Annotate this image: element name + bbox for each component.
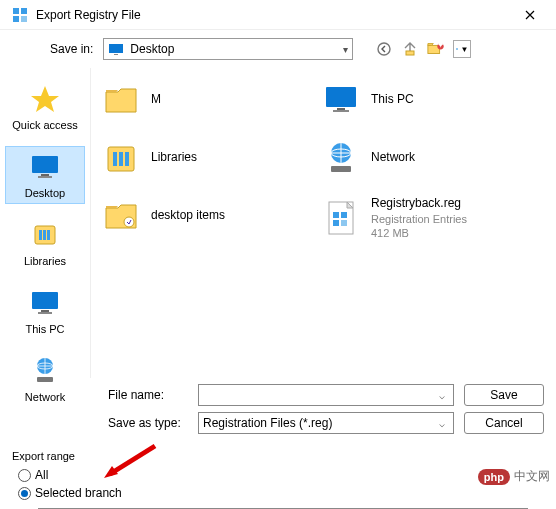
view-menu-button[interactable]: ▼ xyxy=(453,40,471,58)
svg-rect-40 xyxy=(333,212,339,218)
file-name-input[interactable]: ⌵ xyxy=(198,384,454,406)
svg-rect-43 xyxy=(341,220,347,226)
svg-rect-16 xyxy=(41,174,49,176)
svg-rect-29 xyxy=(113,152,117,166)
svg-rect-4 xyxy=(109,44,123,53)
chevron-down-icon: ▾ xyxy=(343,44,348,55)
file-list[interactable]: M Libraries desktop items This PC Networ… xyxy=(90,68,556,378)
pc-icon xyxy=(29,287,61,319)
up-icon[interactable] xyxy=(401,40,419,58)
svg-rect-7 xyxy=(406,51,414,55)
svg-rect-23 xyxy=(41,310,49,312)
list-item[interactable]: M xyxy=(99,78,299,122)
save-in-dropdown[interactable]: Desktop ▾ xyxy=(103,38,353,60)
watermark: php 中文网 xyxy=(478,468,550,485)
svg-rect-11 xyxy=(457,48,458,49)
place-quick-access[interactable]: Quick access xyxy=(5,78,85,136)
regfile-icon xyxy=(321,198,361,238)
save-in-value: Desktop xyxy=(130,42,343,56)
svg-rect-1 xyxy=(21,8,27,14)
places-bar: Quick access Desktop Libraries This PC N… xyxy=(0,68,90,378)
place-this-pc[interactable]: This PC xyxy=(5,282,85,340)
svg-rect-33 xyxy=(326,87,356,107)
close-button[interactable] xyxy=(508,0,552,30)
cancel-button[interactable]: Cancel xyxy=(464,412,544,434)
svg-rect-38 xyxy=(331,166,351,172)
svg-rect-17 xyxy=(38,176,52,178)
svg-rect-30 xyxy=(119,152,123,166)
svg-rect-27 xyxy=(37,377,53,382)
folder-icon xyxy=(101,80,141,120)
svg-rect-41 xyxy=(341,212,347,218)
file-name-label: File name: xyxy=(108,388,188,402)
list-item[interactable]: Network xyxy=(319,136,519,180)
chevron-down-icon[interactable]: ⌵ xyxy=(435,390,449,401)
new-folder-icon[interactable]: ✦ xyxy=(427,40,445,58)
save-button[interactable]: Save xyxy=(464,384,544,406)
svg-rect-3 xyxy=(21,16,27,22)
svg-rect-21 xyxy=(47,230,50,240)
network-icon xyxy=(321,138,361,178)
svg-rect-22 xyxy=(32,292,58,309)
svg-point-6 xyxy=(378,43,390,55)
radio-all[interactable]: All xyxy=(18,468,544,482)
star-icon xyxy=(29,83,61,115)
svg-rect-12 xyxy=(458,48,459,49)
list-item[interactable]: This PC xyxy=(319,78,519,122)
svg-rect-34 xyxy=(337,108,345,110)
place-network[interactable]: Network xyxy=(5,350,85,408)
libraries-icon xyxy=(101,138,141,178)
regedit-icon xyxy=(12,7,28,23)
radio-icon xyxy=(18,487,31,500)
svg-rect-13 xyxy=(457,49,458,50)
back-icon[interactable] xyxy=(375,40,393,58)
svg-rect-35 xyxy=(333,110,349,112)
svg-rect-15 xyxy=(32,156,58,173)
desktop-icon xyxy=(108,41,124,57)
network-icon xyxy=(29,355,61,387)
list-item[interactable]: Registryback.reg Registration Entries 41… xyxy=(319,194,519,242)
svg-rect-31 xyxy=(125,152,129,166)
save-in-label: Save in: xyxy=(50,42,93,56)
export-range-group: Export range All Selected branch xyxy=(0,446,556,509)
svg-rect-20 xyxy=(43,230,46,240)
svg-rect-2 xyxy=(13,16,19,22)
pc-icon xyxy=(321,80,361,120)
svg-point-32 xyxy=(124,217,134,227)
monitor-icon xyxy=(29,151,61,183)
folder-icon xyxy=(101,196,141,236)
svg-rect-19 xyxy=(39,230,42,240)
svg-rect-42 xyxy=(333,220,339,226)
window-title: Export Registry File xyxy=(36,8,508,22)
svg-rect-14 xyxy=(458,49,459,50)
svg-rect-24 xyxy=(38,312,52,314)
file-name-textbox[interactable] xyxy=(203,386,435,404)
list-item[interactable]: desktop items xyxy=(99,194,299,238)
save-as-type-label: Save as type: xyxy=(108,416,188,430)
export-range-label: Export range xyxy=(12,450,544,462)
chevron-down-icon: ⌵ xyxy=(435,418,449,429)
radio-selected-branch[interactable]: Selected branch xyxy=(18,486,544,500)
save-as-type-dropdown[interactable]: Registration Files (*.reg) ⌵ xyxy=(198,412,454,434)
radio-icon xyxy=(18,469,31,482)
place-desktop[interactable]: Desktop xyxy=(5,146,85,204)
list-item[interactable]: Libraries xyxy=(99,136,299,180)
libraries-icon xyxy=(29,219,61,251)
svg-text:✦: ✦ xyxy=(436,41,445,50)
svg-rect-0 xyxy=(13,8,19,14)
svg-rect-5 xyxy=(114,54,118,55)
place-libraries[interactable]: Libraries xyxy=(5,214,85,272)
